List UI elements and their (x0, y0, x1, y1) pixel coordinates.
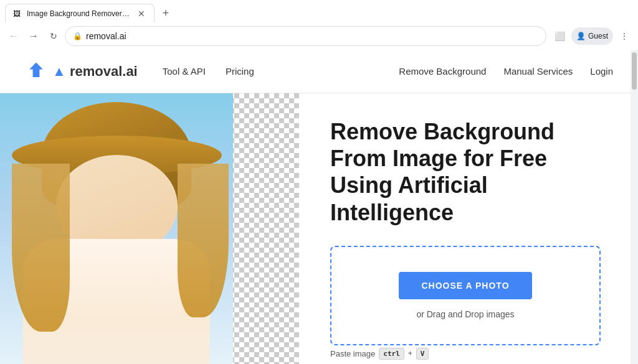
address-text: removal.ai (86, 31, 538, 41)
upload-area[interactable]: CHOOSE A PHOTO or Drag and Drop images (330, 246, 601, 345)
nav-manual-services[interactable]: Manual Services (503, 66, 573, 77)
guest-label: Guest (588, 32, 608, 40)
cast-button[interactable]: ⬜ (551, 27, 569, 45)
svg-point-0 (34, 63, 38, 68)
browser-chrome: 🖼 Image Background Remover | Re... ✕ + ←… (0, 0, 638, 50)
nav-remove-background[interactable]: Remove Background (399, 66, 486, 77)
paste-label: Paste image (330, 349, 375, 358)
more-options-button[interactable]: ⋮ (616, 27, 633, 45)
logo-icon (25, 60, 47, 83)
choose-photo-button[interactable]: CHOOSE A PHOTO (399, 272, 531, 299)
guest-icon: 👤 (576, 32, 586, 40)
new-tab-button[interactable]: + (157, 4, 174, 22)
back-button[interactable]: ← (5, 27, 22, 45)
hero-image-container (0, 93, 299, 364)
v-key-badge: V (416, 348, 429, 360)
scrollbar-thumb[interactable] (632, 52, 637, 90)
nav-pricing[interactable]: Pricing (226, 66, 254, 77)
tab-close-button[interactable]: ✕ (136, 9, 146, 19)
plus-sign: + (408, 349, 412, 358)
tabs-bar: 🖼 Image Background Remover | Re... ✕ + (0, 0, 638, 22)
hero-photo (0, 93, 233, 364)
browser-toolbar: ← → ↻ 🔒 removal.ai ⬜ 👤 Guest ⋮ (0, 22, 638, 50)
active-tab[interactable]: 🖼 Image Background Remover | Re... ✕ (5, 4, 155, 22)
drag-drop-text: or Drag and Drop images (416, 309, 514, 319)
toolbar-right: ⬜ 👤 Guest ⋮ (551, 27, 633, 45)
lock-icon: 🔒 (73, 32, 82, 40)
guest-profile-button[interactable]: 👤 Guest (571, 27, 613, 45)
tab-favicon: 🖼 (13, 9, 22, 18)
logo-text: ▲ removal.ai (52, 63, 138, 80)
ctrl-key-badge: ctrl (379, 348, 404, 360)
hero-title: Remove Background From Image for Free Us… (330, 118, 601, 226)
scrollbar-track[interactable] (631, 50, 638, 364)
reload-button[interactable]: ↻ (45, 27, 62, 45)
paste-row: Paste image ctrl + V (330, 348, 601, 360)
hero-section: Remove Background From Image for Free Us… (0, 93, 638, 364)
page-content: ▲ removal.ai Tool & API Pricing Remove B… (0, 50, 638, 364)
nav-login[interactable]: Login (590, 66, 613, 77)
tab-title: Image Background Remover | Re... (27, 9, 131, 18)
hero-right: Remove Background From Image for Free Us… (299, 93, 638, 364)
address-bar[interactable]: 🔒 removal.ai (65, 26, 546, 46)
forward-button[interactable]: → (25, 27, 42, 45)
logo[interactable]: ▲ removal.ai (25, 60, 138, 83)
nav-right-links: Remove Background Manual Services Login (399, 66, 613, 77)
nav-tool-api[interactable]: Tool & API (163, 66, 206, 77)
nav-left-links: Tool & API Pricing (163, 66, 254, 77)
navbar: ▲ removal.ai Tool & API Pricing Remove B… (0, 50, 638, 93)
